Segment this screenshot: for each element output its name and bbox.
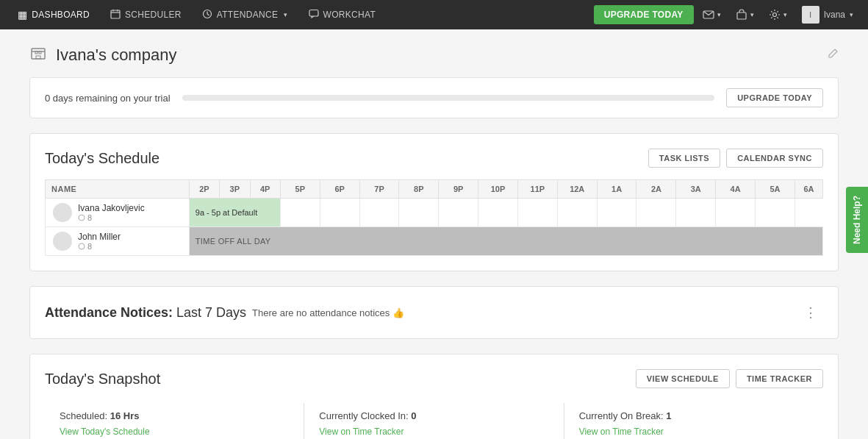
col-header-2a: 2A bbox=[636, 180, 676, 199]
nav-user[interactable]: I Ivana ▾ bbox=[796, 6, 859, 24]
time-off-cell: TIME OFF ALL DAY bbox=[189, 227, 822, 256]
schedule-table: NAME 2P 3P 4P 5P 6P 7P 8P 9P 10P 11P 12A… bbox=[45, 179, 823, 256]
attendance-header: Attendance Notices: Last 7 Days There ar… bbox=[45, 301, 823, 324]
stat-break-link[interactable]: View on Time Tracker bbox=[579, 426, 664, 437]
avatar: I bbox=[802, 6, 819, 24]
stat-clocked-link[interactable]: View on Time Tracker bbox=[319, 426, 403, 437]
nav-settings[interactable]: ▾ bbox=[763, 0, 793, 29]
stat-break-value: 1 bbox=[666, 410, 671, 421]
col-header-2p: 2P bbox=[189, 180, 219, 199]
attendance-icon bbox=[202, 9, 212, 21]
col-header-9p: 9P bbox=[439, 180, 478, 199]
svg-rect-11 bbox=[32, 49, 45, 59]
store-dropdown-icon: ▾ bbox=[750, 11, 754, 18]
stat-scheduled: Scheduled: 16 Hrs View Today's Schedule bbox=[45, 403, 304, 439]
upgrade-button[interactable]: UPGRADE TODAY bbox=[594, 5, 694, 24]
stat-clocked-value: 0 bbox=[411, 410, 416, 421]
scheduler-icon bbox=[110, 9, 121, 21]
nav-dashboard[interactable]: ▦ DASHBOARD bbox=[9, 0, 98, 29]
trial-upgrade-button[interactable]: UPGRADE TODAY bbox=[726, 88, 823, 107]
svg-rect-9 bbox=[737, 13, 746, 19]
snapshot-title: Today's Snapshot bbox=[45, 371, 160, 388]
svg-rect-7 bbox=[309, 10, 318, 16]
svg-point-15 bbox=[79, 215, 85, 221]
svg-line-6 bbox=[207, 14, 209, 15]
stat-scheduled-value: 16 Hrs bbox=[110, 410, 140, 421]
employee-count: 8 bbox=[78, 242, 121, 251]
attendance-subtitle: Last 7 Days bbox=[176, 305, 246, 320]
col-header-5p: 5P bbox=[280, 180, 320, 199]
company-name: Ivana's company bbox=[56, 46, 176, 65]
settings-dropdown-icon: ▾ bbox=[783, 11, 787, 18]
stat-on-break: Currently On Break: 1 View on Time Track… bbox=[564, 403, 823, 439]
svg-point-10 bbox=[772, 13, 776, 17]
table-row: Ivana Jakovljevic 8 9a - 5p at Default bbox=[46, 199, 823, 227]
company-icon bbox=[29, 44, 47, 65]
schedule-table-wrapper: NAME 2P 3P 4P 5P 6P 7P 8P 9P 10P 11P 12A… bbox=[45, 179, 823, 256]
snapshot-actions: VIEW SCHEDULE TIME TRACKER bbox=[636, 369, 823, 388]
need-help-tab[interactable]: Need Help? bbox=[846, 186, 868, 252]
col-header-name: NAME bbox=[46, 180, 190, 199]
nav-mail[interactable]: ▾ bbox=[697, 0, 727, 29]
shift-block: 9a - 5p at Default bbox=[190, 199, 280, 226]
schedule-card: Today's Schedule TASK LISTS CALENDAR SYN… bbox=[29, 133, 839, 271]
nav-workchat[interactable]: WORKCHAT bbox=[300, 0, 385, 29]
time-off-block: TIME OFF ALL DAY bbox=[190, 227, 822, 255]
schedule-title: Today's Schedule bbox=[45, 150, 159, 167]
col-header-12a: 12A bbox=[557, 180, 597, 199]
svg-rect-0 bbox=[111, 10, 120, 18]
workchat-icon bbox=[309, 9, 319, 21]
stat-scheduled-label: Scheduled: 16 Hrs bbox=[60, 410, 289, 421]
col-header-7p: 7P bbox=[359, 180, 399, 199]
attendance-notice: There are no attendance notices 👍 bbox=[252, 307, 404, 318]
col-header-6a: 6A bbox=[795, 180, 822, 199]
trial-progress-bar bbox=[182, 95, 715, 101]
employee-name: Ivana Jakovljevic bbox=[78, 203, 145, 213]
col-header-11p: 11P bbox=[517, 180, 557, 199]
col-header-6p: 6P bbox=[320, 180, 359, 199]
attendance-left: Attendance Notices: Last 7 Days There ar… bbox=[45, 305, 404, 321]
stat-scheduled-link[interactable]: View Today's Schedule bbox=[60, 426, 150, 437]
col-header-8p: 8P bbox=[399, 180, 439, 199]
company-title-row: Ivana's company bbox=[29, 44, 176, 65]
schedule-actions: TASK LISTS CALENDAR SYNC bbox=[648, 149, 823, 168]
employee-name: John Miller bbox=[78, 232, 121, 242]
time-tracker-button[interactable]: TIME TRACKER bbox=[736, 369, 823, 388]
nav-scheduler[interactable]: SCHEDULER bbox=[101, 0, 190, 29]
user-dropdown-icon: ▾ bbox=[850, 11, 853, 18]
snapshot-stats: Scheduled: 16 Hrs View Today's Schedule … bbox=[45, 403, 823, 439]
top-navigation: ▦ DASHBOARD SCHEDULER ATTENDANCE ▾ bbox=[0, 0, 868, 29]
view-schedule-button[interactable]: VIEW SCHEDULE bbox=[636, 369, 730, 388]
dashboard-icon: ▦ bbox=[18, 9, 27, 21]
snapshot-header: Today's Snapshot VIEW SCHEDULE TIME TRAC… bbox=[45, 369, 823, 388]
attendance-dropdown-icon: ▾ bbox=[284, 11, 287, 18]
col-header-5a: 5A bbox=[756, 180, 795, 199]
mail-dropdown-icon: ▾ bbox=[717, 11, 721, 18]
attendance-title: Attendance Notices: Last 7 Days bbox=[45, 305, 246, 321]
col-header-10p: 10P bbox=[478, 180, 518, 199]
nav-attendance[interactable]: ATTENDANCE ▾ bbox=[193, 0, 297, 29]
calendar-sync-button[interactable]: CALENDAR SYNC bbox=[726, 149, 823, 168]
svg-point-16 bbox=[79, 243, 85, 249]
schedule-card-header: Today's Schedule TASK LISTS CALENDAR SYN… bbox=[45, 149, 823, 168]
employee-name-cell: Ivana Jakovljevic 8 bbox=[46, 199, 190, 227]
snapshot-card: Today's Snapshot VIEW SCHEDULE TIME TRAC… bbox=[29, 354, 839, 439]
company-header: Ivana's company bbox=[29, 44, 839, 65]
employee-name-cell: John Miller 8 bbox=[46, 227, 190, 256]
edit-company-icon[interactable] bbox=[827, 48, 839, 63]
main-content: Ivana's company 0 days remaining on your… bbox=[0, 29, 868, 439]
table-row: John Miller 8 TIME OFF ALL DAY bbox=[46, 227, 823, 256]
employee-count: 8 bbox=[78, 213, 145, 222]
trial-text: 0 days remaining on your trial bbox=[45, 93, 171, 104]
nav-store[interactable]: ▾ bbox=[730, 0, 760, 29]
attendance-more-button[interactable]: ⋮ bbox=[798, 301, 823, 324]
col-header-4p: 4P bbox=[250, 180, 280, 199]
task-lists-button[interactable]: TASK LISTS bbox=[648, 149, 720, 168]
stat-clocked-in: Currently Clocked In: 0 View on Time Tra… bbox=[304, 403, 564, 439]
attendance-card: Attendance Notices: Last 7 Days There ar… bbox=[29, 286, 839, 339]
avatar bbox=[53, 232, 72, 251]
stat-break-label: Currently On Break: 1 bbox=[579, 410, 808, 421]
avatar bbox=[53, 203, 72, 222]
col-header-3a: 3A bbox=[676, 180, 716, 199]
shift-cell: 9a - 5p at Default bbox=[189, 199, 280, 227]
